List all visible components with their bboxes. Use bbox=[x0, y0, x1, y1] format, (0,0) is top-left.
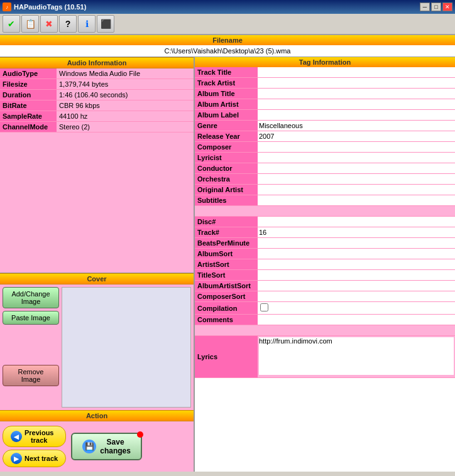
disc-input[interactable] bbox=[259, 218, 454, 225]
track-artist-key: Track Artist bbox=[195, 78, 258, 89]
release-year-key: Release Year bbox=[195, 131, 258, 142]
track-buttons: ◀ Previoustrack ▶ Next track bbox=[3, 426, 66, 467]
toolbar: ✔ 📋 ✖ ? ℹ ⬛ bbox=[0, 14, 455, 35]
album-label-input[interactable] bbox=[259, 111, 454, 119]
previous-track-button[interactable]: ◀ Previoustrack bbox=[3, 426, 66, 447]
lyricist-cell bbox=[258, 153, 455, 163]
lyricist-input[interactable] bbox=[259, 154, 454, 161]
table-row: Filesize 1,379,744 bytes bbox=[0, 79, 194, 90]
album-label-key: Album Label bbox=[195, 110, 258, 121]
audio-type-key: AudioType bbox=[0, 68, 57, 79]
title-sort-input[interactable] bbox=[259, 271, 454, 279]
filename-label: Filename bbox=[0, 35, 455, 45]
album-title-cell bbox=[258, 89, 455, 99]
prev-arrow-icon: ◀ bbox=[11, 431, 22, 442]
close-button[interactable]: ✕ bbox=[442, 3, 452, 11]
table-row: Genre bbox=[195, 121, 455, 131]
filename-section: Filename C:\Users\Vaishakh\Desktop\a\23 … bbox=[0, 35, 455, 57]
open-toolbar-button[interactable]: 📋 bbox=[21, 15, 39, 33]
title-bar: ♪ HAPaudioTags (10.51) ─ □ ✕ bbox=[0, 0, 455, 14]
maximize-button[interactable]: □ bbox=[431, 3, 441, 11]
paste-image-button[interactable]: Paste Image bbox=[3, 311, 59, 325]
compilation-cell bbox=[258, 302, 455, 315]
cover-image-area bbox=[62, 287, 191, 408]
remove-image-button[interactable]: RemoveImage bbox=[3, 365, 59, 386]
table-row: ArtistSort bbox=[195, 259, 455, 270]
track-title-key: Track Title bbox=[195, 67, 258, 78]
bpm-input[interactable] bbox=[259, 239, 454, 247]
album-artist-sort-key: AlbumArtistSort bbox=[195, 281, 258, 291]
orchestra-key: Orchestra bbox=[195, 174, 258, 185]
track-input[interactable] bbox=[259, 229, 454, 236]
lyricist-key: Lyricist bbox=[195, 153, 258, 163]
help-toolbar-button[interactable]: ? bbox=[59, 15, 77, 33]
title-sort-key: TitleSort bbox=[195, 270, 258, 281]
composer-sort-input[interactable] bbox=[259, 293, 454, 300]
original-artist-cell bbox=[258, 185, 455, 195]
album-artist-sort-input[interactable] bbox=[259, 282, 454, 289]
title-bar-title: ♪ HAPaudioTags (10.51) bbox=[3, 3, 86, 11]
table-row: Lyricist bbox=[195, 153, 455, 163]
disc-key: Disc# bbox=[195, 217, 258, 227]
channelmode-value: Stereo (2) bbox=[57, 122, 194, 133]
album-artist-input[interactable] bbox=[259, 100, 454, 108]
album-artist-key: Album Artist bbox=[195, 99, 258, 110]
subtitles-cell bbox=[258, 195, 455, 206]
subtitles-input[interactable] bbox=[259, 197, 454, 204]
album-title-input[interactable] bbox=[259, 90, 454, 97]
cover-content: Add/ChangeImage Paste Image RemoveImage bbox=[0, 284, 194, 410]
track-title-input[interactable] bbox=[259, 68, 454, 76]
genre-cell bbox=[258, 121, 455, 131]
main-content: Audio Information AudioType Windows Medi… bbox=[0, 57, 455, 472]
info-toolbar-button[interactable]: ℹ bbox=[78, 15, 96, 33]
composer-input[interactable] bbox=[259, 143, 454, 151]
samplerate-value: 44100 hz bbox=[57, 111, 194, 122]
artist-sort-cell bbox=[258, 259, 455, 270]
delete-toolbar-button[interactable]: ✖ bbox=[40, 15, 58, 33]
track-title-cell bbox=[258, 67, 455, 78]
minimize-button[interactable]: ─ bbox=[420, 3, 430, 11]
next-track-button[interactable]: ▶ Next track bbox=[3, 450, 66, 467]
album-label-cell bbox=[258, 110, 455, 121]
samplerate-key: SampleRate bbox=[0, 111, 57, 122]
table-row: Orchestra bbox=[195, 174, 455, 185]
audio-info-table: AudioType Windows Media Audio File Files… bbox=[0, 68, 194, 133]
subtitles-key: Subtitles bbox=[195, 195, 258, 206]
table-row: Duration 1:46 (106.40 seconds) bbox=[0, 90, 194, 100]
disc-cell bbox=[258, 217, 455, 227]
original-artist-input[interactable] bbox=[259, 186, 454, 193]
table-row: Composer bbox=[195, 142, 455, 153]
window-controls: ─ □ ✕ bbox=[420, 3, 452, 11]
new-toolbar-button[interactable]: ✔ bbox=[3, 15, 20, 33]
genre-input[interactable] bbox=[259, 122, 454, 129]
track-artist-input[interactable] bbox=[259, 79, 454, 87]
right-panel: Tag Information Track Title Track Artist… bbox=[195, 57, 455, 472]
bpm-key: BeatsPerMinute bbox=[195, 238, 258, 249]
conductor-input[interactable] bbox=[259, 165, 454, 172]
lyrics-textarea[interactable]: http://frum.indimovi.com bbox=[259, 337, 454, 375]
table-row: Disc# bbox=[195, 217, 455, 227]
audio-type-value: Windows Media Audio File bbox=[57, 68, 194, 79]
artist-sort-input[interactable] bbox=[259, 261, 454, 268]
album-sort-input[interactable] bbox=[259, 250, 454, 257]
next-arrow-icon: ▶ bbox=[11, 453, 22, 464]
tag-scroll-area[interactable]: Track Title Track Artist Album Title Alb… bbox=[195, 67, 455, 472]
compilation-key: Compilation bbox=[195, 302, 258, 315]
plugin-toolbar-button[interactable]: ⬛ bbox=[97, 15, 114, 33]
lyrics-row: Lyrics http://frum.indimovi.com bbox=[195, 336, 455, 378]
save-changes-button[interactable]: 💾 Savechanges bbox=[71, 433, 142, 460]
track-key: Track# bbox=[195, 227, 258, 238]
release-year-input[interactable] bbox=[259, 133, 454, 140]
app-title: HAPaudioTags (10.51) bbox=[14, 3, 86, 11]
tag-table: Track Title Track Artist Album Title Alb… bbox=[195, 67, 455, 378]
table-row: Original Artist bbox=[195, 185, 455, 195]
comments-input[interactable] bbox=[259, 316, 454, 323]
add-change-image-button[interactable]: Add/ChangeImage bbox=[3, 287, 59, 308]
conductor-cell bbox=[258, 163, 455, 174]
duration-value: 1:46 (106.40 seconds) bbox=[57, 90, 194, 100]
table-row: Subtitles bbox=[195, 195, 455, 206]
artist-sort-key: ArtistSort bbox=[195, 259, 258, 270]
bitrate-value: CBR 96 kbps bbox=[57, 100, 194, 111]
orchestra-input[interactable] bbox=[259, 175, 454, 183]
compilation-checkbox[interactable] bbox=[260, 303, 268, 311]
